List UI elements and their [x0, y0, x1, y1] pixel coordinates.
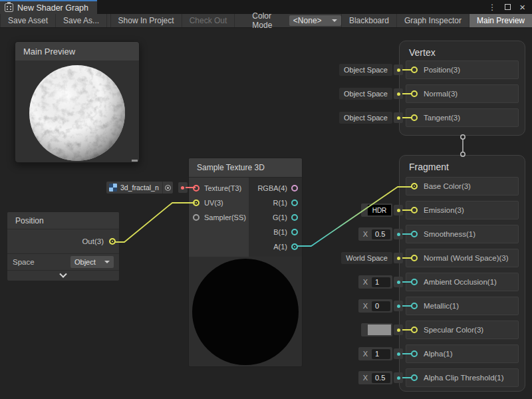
specular-color-port[interactable] — [411, 327, 418, 333]
kebab-menu-icon[interactable]: ⋮ — [488, 3, 496, 11]
port-dot — [397, 92, 400, 96]
main-preview-header[interactable]: Main Preview — [15, 42, 139, 61]
space-value: Object — [74, 258, 96, 266]
normal-ws-port[interactable] — [411, 255, 418, 261]
input-sampler[interactable]: Sampler(SS) — [189, 210, 249, 225]
ambient-occlusion-port[interactable] — [411, 279, 418, 285]
uv-port[interactable] — [193, 200, 200, 206]
specular-color-swatch[interactable] — [368, 325, 391, 335]
alpha-field[interactable]: X 1 — [358, 347, 392, 360]
sample-node-header[interactable]: Sample Texture 3D — [189, 158, 302, 178]
rgba-port[interactable] — [291, 185, 298, 192]
position-node[interactable]: Position Out(3) Space Object — [7, 211, 120, 281]
output-a[interactable]: A(1) — [249, 239, 302, 254]
emission-port[interactable] — [411, 207, 418, 213]
slot-smoothness[interactable]: Smoothness(1) — [406, 225, 519, 243]
ambient-occlusion-value-input[interactable]: 1 — [372, 277, 390, 287]
smoothness-value-input[interactable]: 0.5 — [372, 229, 390, 239]
alpha-clip-field[interactable]: X 0.5 — [358, 371, 392, 384]
ambient-occlusion-field[interactable]: X 1 — [358, 275, 392, 289]
slot-emission[interactable]: Emission(3) — [406, 201, 519, 219]
position-node-header[interactable]: Position — [7, 212, 119, 229]
out-port[interactable] — [109, 238, 116, 245]
sample-texture-3d-node[interactable]: Sample Texture 3D Texture(T3) UV(3) Samp… — [188, 158, 303, 367]
main-preview-title: Main Preview — [23, 47, 75, 57]
stub-connector — [394, 88, 403, 99]
slot-alpha[interactable]: Alpha(1) — [406, 344, 519, 363]
texture-thumbnail-icon — [109, 184, 117, 192]
object-space-badge[interactable]: Object Space — [339, 88, 392, 100]
vertex-slot-position: Object Space Position(3) — [344, 61, 525, 79]
metallic-field[interactable]: X 0 — [358, 299, 392, 313]
texture-object-field[interactable]: 3d_fractal_n — [106, 182, 173, 194]
texture-port[interactable] — [193, 185, 200, 192]
collapse-preview-button[interactable] — [7, 271, 119, 281]
input-texture[interactable]: Texture(T3) — [189, 181, 249, 196]
maximize-icon[interactable] — [505, 4, 511, 10]
close-icon[interactable]: × — [519, 2, 525, 12]
slot-tangent[interactable]: Tangent(3) — [406, 108, 519, 127]
fragment-slot-specular-color: Specular Color(3) — [344, 321, 525, 339]
output-b[interactable]: B(1) — [249, 225, 302, 239]
object-space-badge[interactable]: Object Space — [339, 64, 392, 76]
position-port[interactable] — [411, 66, 418, 73]
stub-connector — [394, 325, 403, 335]
smoothness-port[interactable] — [411, 231, 418, 237]
sample-node-preview — [189, 257, 302, 366]
slot-normal[interactable]: Normal(3) — [406, 84, 519, 103]
blackboard-toggle-button[interactable]: Blackboard — [341, 14, 396, 27]
output-rgba[interactable]: RGBA(4) — [249, 181, 302, 196]
b-port[interactable] — [291, 229, 298, 235]
r-port[interactable] — [291, 200, 298, 206]
space-dropdown[interactable]: Object — [70, 256, 114, 268]
tangent-port[interactable] — [411, 114, 418, 121]
normal-port[interactable] — [411, 90, 418, 97]
slot-specular-color[interactable]: Specular Color(3) — [406, 321, 519, 339]
world-space-badge[interactable]: World Space — [341, 252, 392, 264]
position-output-row[interactable]: Out(3) — [7, 229, 119, 254]
sampler-port[interactable] — [193, 214, 200, 221]
slot-base-color[interactable]: Base Color(3) — [406, 177, 519, 196]
tab-new-shader-graph[interactable]: New Shader Graph — [0, 0, 97, 14]
g-port[interactable] — [291, 214, 298, 221]
slot-normal-ws[interactable]: Normal (World Space)(3) — [406, 249, 519, 267]
output-r[interactable]: R(1) — [249, 196, 302, 210]
main-preview-viewport[interactable] — [15, 61, 139, 163]
input-uv[interactable]: UV(3) — [189, 196, 249, 210]
save-asset-button[interactable]: Save Asset — [0, 14, 56, 27]
alpha-clip-value-input[interactable]: 0.5 — [372, 373, 390, 383]
hdr-badge[interactable]: HDR — [368, 205, 391, 215]
resize-handle[interactable] — [132, 160, 138, 162]
color-mode-dropdown[interactable]: <None> — [289, 15, 341, 26]
a-port[interactable] — [291, 243, 298, 250]
smoothness-field[interactable]: X 0.5 — [358, 227, 392, 241]
alpha-clip-port[interactable] — [411, 374, 418, 381]
texture-property-stub: 3d_fractal_n — [106, 182, 188, 194]
main-preview-toggle-button[interactable]: Main Preview — [469, 14, 532, 27]
slot-alpha-clip[interactable]: Alpha Clip Threshold(1) — [406, 368, 519, 387]
metallic-value-input[interactable]: 0 — [372, 301, 390, 311]
alpha-port[interactable] — [411, 350, 418, 357]
show-in-project-button[interactable]: Show In Project — [110, 14, 182, 27]
base-color-port[interactable] — [411, 183, 418, 190]
metallic-port[interactable] — [411, 303, 418, 309]
edge-position-to-uv[interactable] — [114, 203, 195, 242]
emission-color-field[interactable]: HDR — [361, 203, 392, 217]
stub-connector — [394, 301, 403, 311]
port-dot — [397, 352, 400, 356]
graph-inspector-toggle-button[interactable]: Graph Inspector — [396, 14, 469, 27]
slot-position[interactable]: Position(3) — [406, 61, 519, 79]
object-picker-button[interactable] — [162, 182, 173, 194]
slot-ambient-occlusion[interactable]: Ambient Occlusion(1) — [406, 273, 519, 291]
shader-graph-editor: New Shader Graph ⋮ × Save Asset Save As.… — [0, 0, 532, 399]
dropdown-arrow-icon — [332, 19, 337, 22]
main-preview-window[interactable]: Main Preview — [15, 41, 140, 163]
output-g[interactable]: G(1) — [249, 210, 302, 225]
save-as-button[interactable]: Save As... — [56, 14, 107, 27]
fragment-slot-emission: HDR Emission(3) — [344, 201, 525, 219]
slot-metallic[interactable]: Metallic(1) — [406, 297, 519, 315]
specular-color-field[interactable] — [361, 323, 392, 336]
object-space-badge[interactable]: Object Space — [339, 112, 392, 124]
alpha-value-input[interactable]: 1 — [372, 349, 390, 359]
texture-name: 3d_fractal_n — [117, 184, 162, 192]
